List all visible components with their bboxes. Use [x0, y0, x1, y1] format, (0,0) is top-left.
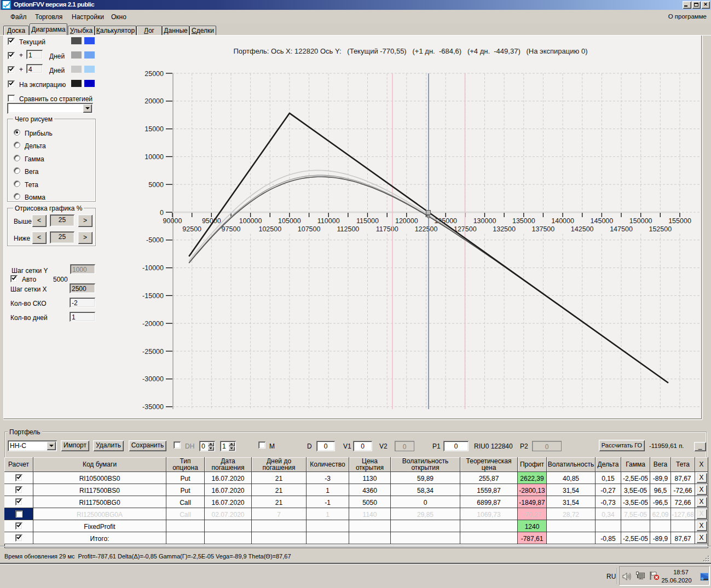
svg-text:-20000: -20000	[142, 320, 164, 328]
svg-text:25000: 25000	[144, 70, 164, 78]
svg-text:135000: 135000	[512, 217, 535, 225]
svg-text:-25000: -25000	[142, 348, 164, 356]
svg-text:115000: 115000	[356, 217, 379, 225]
svg-text:140000: 140000	[551, 217, 574, 225]
svg-text:130000: 130000	[473, 217, 496, 225]
svg-text:-15000: -15000	[142, 292, 164, 300]
svg-text:152500: 152500	[649, 225, 672, 233]
svg-text:-35000: -35000	[142, 403, 164, 411]
svg-text:147500: 147500	[610, 225, 633, 233]
svg-text:0: 0	[160, 209, 164, 217]
svg-text:-10000: -10000	[142, 264, 164, 272]
svg-text:-5000: -5000	[146, 236, 164, 244]
svg-text:122500: 122500	[415, 225, 438, 233]
svg-text:90000: 90000	[163, 217, 182, 225]
svg-text:97500: 97500	[222, 225, 241, 233]
svg-text:102500: 102500	[258, 225, 281, 233]
svg-text:120000: 120000	[395, 217, 418, 225]
svg-text:155000: 155000	[668, 217, 691, 225]
svg-text:20000: 20000	[144, 97, 164, 105]
svg-text:137500: 137500	[532, 225, 555, 233]
svg-text:100000: 100000	[239, 217, 262, 225]
svg-text:10000: 10000	[144, 153, 164, 161]
svg-text:117500: 117500	[376, 225, 398, 233]
svg-text:92500: 92500	[182, 225, 201, 233]
svg-text:132500: 132500	[493, 225, 516, 233]
svg-text:5000: 5000	[148, 181, 164, 189]
svg-text:107500: 107500	[298, 225, 321, 233]
svg-text:15000: 15000	[144, 125, 164, 133]
svg-text:142500: 142500	[571, 225, 594, 233]
svg-text:145000: 145000	[591, 217, 614, 225]
svg-text:-30000: -30000	[142, 375, 164, 383]
svg-text:110000: 110000	[317, 217, 340, 225]
svg-text:112500: 112500	[337, 225, 360, 233]
svg-text:105000: 105000	[278, 217, 301, 225]
svg-text:150000: 150000	[629, 217, 652, 225]
